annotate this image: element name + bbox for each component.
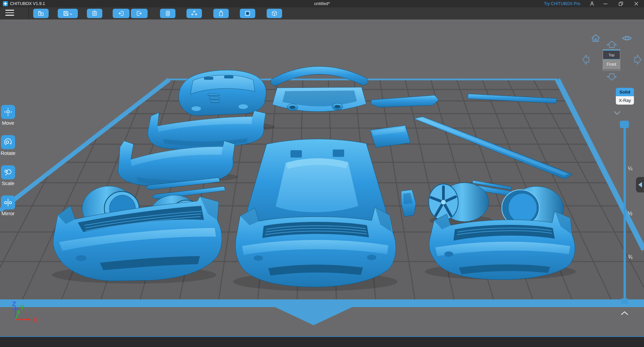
rotate-icon bbox=[3, 137, 13, 147]
mirror-button[interactable] bbox=[1, 195, 15, 210]
mirror-icon bbox=[3, 198, 13, 207]
app-title: CHITUBOX V1.9.1 bbox=[10, 0, 45, 7]
model-part-front-clip[interactable] bbox=[179, 70, 266, 116]
infill-button[interactable] bbox=[267, 9, 282, 18]
clip-slider-handle[interactable] bbox=[620, 121, 629, 128]
clip-slider-label-three-quarter: ¾ bbox=[628, 254, 632, 260]
status-bar bbox=[0, 336, 644, 347]
account-icon bbox=[590, 1, 594, 6]
try-chitubox-pro-link[interactable]: Try CHITUBOX Pro bbox=[544, 1, 580, 6]
plate-front-edge bbox=[0, 299, 644, 325]
menu-button[interactable] bbox=[5, 10, 15, 17]
side-panel-flyout-tab[interactable] bbox=[636, 177, 644, 192]
undo-icon bbox=[118, 10, 124, 17]
tool-label-move: Move bbox=[1, 120, 15, 126]
rotate-view-right-button[interactable] bbox=[633, 54, 642, 67]
minimize-icon bbox=[603, 1, 608, 6]
minimize-button[interactable] bbox=[598, 0, 613, 7]
clip-slider-label-quarter: ¼ bbox=[628, 166, 632, 172]
redo-icon bbox=[136, 10, 143, 17]
scale-button[interactable] bbox=[1, 165, 15, 179]
bottom-panel-expand-button[interactable] bbox=[620, 310, 629, 317]
dig-hole-icon bbox=[244, 10, 251, 17]
axis-y-label: Y bbox=[20, 304, 24, 311]
close-button[interactable] bbox=[629, 0, 644, 7]
chevron-up-icon bbox=[620, 310, 629, 316]
move-icon bbox=[3, 107, 13, 117]
rotate-button[interactable] bbox=[1, 135, 15, 149]
resin-bottle-icon bbox=[218, 10, 224, 17]
auto-layout-icon bbox=[191, 10, 198, 17]
open-folder-icon bbox=[38, 10, 44, 17]
copy-button[interactable] bbox=[160, 9, 175, 18]
restore-button[interactable] bbox=[613, 0, 629, 7]
chevron-down-icon bbox=[70, 14, 72, 15]
scale-icon bbox=[3, 168, 13, 177]
rotate-view-left-button[interactable] bbox=[582, 54, 590, 67]
tool-label-mirror: Mirror bbox=[1, 211, 15, 216]
move-button[interactable] bbox=[1, 105, 15, 119]
tool-label-rotate: Rotate bbox=[1, 150, 15, 156]
arrow-left-icon bbox=[582, 54, 590, 66]
viewport-3d-scene bbox=[0, 19, 644, 336]
tool-move[interactable]: Move bbox=[1, 105, 15, 126]
tool-rotate[interactable]: Rotate bbox=[1, 135, 15, 156]
clip-slider-label-half: ½ bbox=[628, 211, 632, 217]
clip-slider-end-handle[interactable] bbox=[621, 298, 628, 304]
arrow-right-icon bbox=[633, 54, 642, 66]
axis-z-label: Z bbox=[12, 300, 16, 307]
app-logo-icon bbox=[3, 1, 8, 6]
render-mode-toggle: Solid X-Ray bbox=[616, 88, 634, 105]
toolbar-separator bbox=[28, 7, 29, 19]
auto-layout-button[interactable] bbox=[186, 9, 202, 18]
axis-gizmo: Z Y X bbox=[7, 299, 48, 329]
undo-button[interactable] bbox=[113, 9, 129, 18]
tool-label-scale: Scale bbox=[1, 180, 15, 186]
hollow-button[interactable] bbox=[213, 9, 229, 18]
view-cube-top-face[interactable]: Top bbox=[603, 50, 620, 59]
render-mode-xray[interactable]: X-Ray bbox=[616, 96, 634, 105]
axis-x-label: X bbox=[33, 316, 37, 324]
main-toolbar bbox=[0, 7, 644, 19]
view-cube-front-face[interactable]: Front bbox=[603, 59, 620, 69]
slider-collapse-button[interactable] bbox=[613, 111, 621, 117]
visibility-icon bbox=[622, 34, 632, 42]
redo-button[interactable] bbox=[131, 9, 148, 18]
close-icon bbox=[634, 1, 639, 6]
dig-hole-button[interactable] bbox=[240, 9, 255, 18]
tool-scale[interactable]: Scale bbox=[1, 165, 15, 186]
open-file-button[interactable] bbox=[33, 9, 49, 18]
tool-mirror[interactable]: Mirror bbox=[1, 195, 15, 216]
infill-box-icon bbox=[271, 10, 278, 17]
home-view-button[interactable] bbox=[590, 33, 601, 45]
save-button[interactable] bbox=[58, 9, 78, 18]
save-icon bbox=[63, 10, 73, 17]
screenshot-icon bbox=[91, 10, 98, 17]
model-part-rear-section[interactable] bbox=[270, 66, 368, 112]
clip-slider-track[interactable] bbox=[624, 125, 626, 303]
chitubox-window: CHITUBOX V1.9.1 untitled* Try CHITUBOX P… bbox=[0, 0, 644, 347]
view-cube[interactable]: Top Front bbox=[603, 49, 620, 71]
copy-icon bbox=[164, 10, 171, 17]
restore-icon bbox=[618, 1, 624, 6]
arrow-down-icon bbox=[606, 72, 618, 81]
titlebar: CHITUBOX V1.9.1 untitled* Try CHITUBOX P… bbox=[0, 0, 644, 7]
chevron-down-icon bbox=[613, 111, 621, 115]
viewport[interactable]: Move Rotate Scale bbox=[0, 19, 644, 336]
rotate-view-up-button[interactable] bbox=[606, 40, 618, 50]
triangle-left-icon bbox=[638, 182, 642, 187]
visibility-button[interactable] bbox=[622, 34, 632, 44]
model-part-wheel-3[interactable] bbox=[429, 183, 489, 222]
home-icon bbox=[590, 33, 601, 44]
account-button[interactable] bbox=[586, 0, 598, 7]
rotate-view-down-button[interactable] bbox=[606, 72, 618, 82]
render-mode-solid[interactable]: Solid bbox=[616, 88, 634, 96]
screenshot-button[interactable] bbox=[87, 9, 102, 18]
arrow-up-icon bbox=[606, 40, 618, 49]
hamburger-icon bbox=[5, 10, 14, 11]
